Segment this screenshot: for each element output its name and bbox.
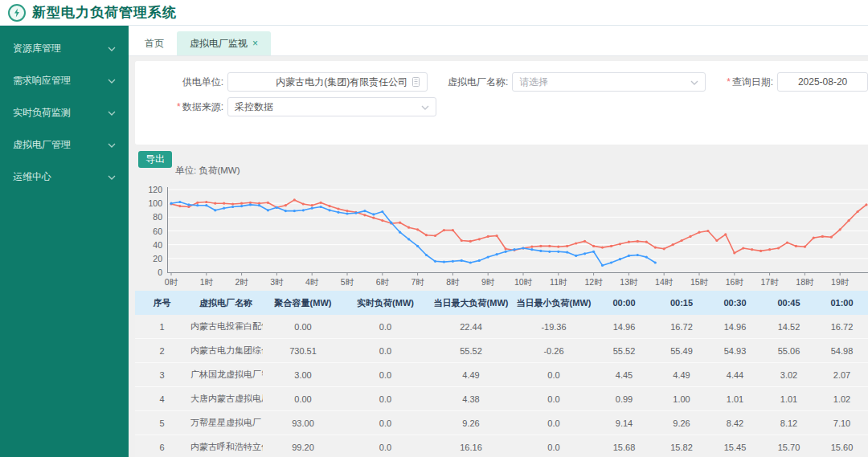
x-axis-tick: 14时: [649, 277, 678, 288]
table-cell: 22.44: [428, 315, 514, 339]
table-cell: 9.26: [428, 411, 514, 435]
table-cell: 4.49: [655, 363, 708, 387]
vpp-table-wrapper: 序号虚拟电厂名称聚合容量(MW)实时负荷(MW)当日最大负荷(MW)当日最小负荷…: [135, 291, 868, 457]
table-cell: 1: [135, 315, 189, 339]
table-cell: 0.0: [343, 315, 428, 339]
table-cell: 内蒙古电力集团综合能...: [189, 339, 263, 363]
data-source-value: 采控数据: [235, 100, 273, 114]
table-cell: 0.0: [514, 363, 593, 387]
x-axis-tick: 12时: [579, 277, 608, 288]
table-cell: 15.68: [593, 435, 655, 457]
app-title: 新型电力负荷管理系统: [32, 3, 177, 22]
column-header: 序号: [135, 291, 189, 315]
table-cell: 4: [135, 387, 189, 411]
sidebar-item-label: 实时负荷监测: [13, 106, 71, 120]
supply-unit-label: 供电单位:: [165, 75, 223, 89]
table-cell: 3.02: [762, 363, 816, 387]
y-axis-tick: 40: [133, 240, 162, 250]
table-cell: 8.42: [708, 411, 762, 435]
table-cell: 0.00: [263, 315, 343, 339]
tab-1[interactable]: 首页: [132, 31, 177, 55]
table-cell: 55.49: [655, 339, 708, 363]
vpp-name-select[interactable]: 请选择: [512, 72, 706, 92]
sidebar-item-3[interactable]: 实时负荷监测: [0, 96, 129, 129]
y-axis-tick: 60: [133, 226, 162, 236]
column-header: 01:00: [816, 291, 868, 315]
table-cell: 15.45: [708, 435, 762, 457]
table-cell: 6: [135, 435, 189, 457]
app-header: 新型电力负荷管理系统: [0, 0, 868, 26]
vpp-table: 序号虚拟电厂名称聚合容量(MW)实时负荷(MW)当日最大负荷(MW)当日最小负荷…: [135, 291, 868, 457]
sidebar-item-label: 资源库管理: [13, 42, 61, 55]
table-cell: 54.93: [708, 339, 762, 363]
data-source-label: *数据来源:: [165, 100, 223, 114]
sidebar-item-2[interactable]: 需求响应管理: [0, 64, 129, 96]
table-cell: 5: [135, 411, 189, 435]
tab-label: 虚拟电厂监视: [190, 38, 248, 49]
sidebar-item-label: 需求响应管理: [13, 74, 71, 88]
table-cell: 0.0: [343, 387, 428, 411]
tab-close-icon[interactable]: ×: [252, 38, 258, 49]
tab-2[interactable]: 虚拟电厂监视×: [177, 31, 271, 55]
table-cell: 16.72: [816, 315, 868, 339]
org-icon: [411, 77, 420, 87]
sidebar: 资源库管理需求响应管理实时负荷监测虚拟电厂管理运维中心: [0, 26, 129, 457]
x-axis-tick: 7时: [403, 277, 432, 288]
table-cell: 0.0: [343, 363, 428, 387]
table-cell: 0.00: [263, 387, 343, 411]
table-cell: 内蒙古呼和浩特立信电...: [189, 435, 263, 457]
y-axis-tick: 0: [133, 267, 162, 277]
table-cell: 14.96: [708, 315, 762, 339]
table-cell: -19.36: [514, 315, 593, 339]
load-chart: 0204060801001200时1时2时3时4时5时6时7时8时9时10时11…: [129, 185, 868, 291]
sidebar-item-1[interactable]: 资源库管理: [0, 32, 129, 64]
y-axis-tick: 20: [133, 254, 162, 263]
column-header: 00:15: [655, 291, 708, 315]
x-axis-tick: 2时: [227, 277, 256, 288]
table-cell: 1.00: [655, 387, 708, 411]
table-cell: 7.10: [816, 411, 868, 435]
x-axis-tick: 19时: [825, 277, 854, 288]
supply-unit-input[interactable]: 内蒙古电力(集团)有限责任公司: [227, 72, 428, 92]
table-cell: 0.99: [593, 387, 655, 411]
column-header: 实时负荷(MW): [343, 291, 428, 315]
sidebar-item-5[interactable]: 运维中心: [0, 161, 129, 193]
table-row: 2内蒙古电力集团综合能...730.510.055.52-0.2655.5255…: [135, 339, 868, 363]
table-cell: 16.16: [428, 435, 514, 457]
table-cell: 0.0: [343, 411, 428, 435]
x-axis-tick: 18时: [790, 277, 819, 288]
table-cell: 广林国龙虚拟电厂智慧...: [189, 363, 263, 387]
column-header: 00:00: [593, 291, 655, 315]
table-cell: 2: [135, 339, 189, 363]
query-date-input[interactable]: 2025-08-20: [777, 72, 868, 92]
x-axis-tick: 4时: [297, 277, 326, 288]
table-cell: 1.01: [762, 387, 816, 411]
table-row: 4大唐内蒙古虚拟电厂0.000.04.380.00.991.001.011.01…: [135, 387, 868, 411]
table-cell: 3.00: [263, 363, 343, 387]
x-axis-tick: 8时: [438, 277, 467, 288]
export-button[interactable]: 导出: [138, 151, 172, 168]
column-header: 当日最大负荷(MW): [428, 291, 514, 315]
table-cell: 2.07: [816, 363, 868, 387]
filter-form: 供电单位: 内蒙古电力(集团)有限责任公司 虚拟电厂名称: 请选择 *查询日期:: [135, 61, 868, 145]
table-cell: 3: [135, 363, 189, 387]
column-header: 当日最小负荷(MW): [514, 291, 593, 315]
table-cell: 4.44: [708, 363, 762, 387]
table-cell: 15.70: [762, 435, 816, 457]
table-cell: 8.12: [762, 411, 816, 435]
x-axis-tick: 15时: [685, 277, 714, 288]
chevron-down-icon: [108, 75, 116, 86]
sidebar-item-4[interactable]: 虚拟电厂管理: [0, 129, 129, 161]
app-window: 新型电力负荷管理系统 资源库管理需求响应管理实时负荷监测虚拟电厂管理运维中心 首…: [0, 0, 868, 457]
table-cell: 93.00: [263, 411, 343, 435]
table-cell: 4.45: [593, 363, 655, 387]
sidebar-item-label: 运维中心: [13, 170, 51, 184]
table-cell: 0.0: [514, 387, 593, 411]
data-source-select[interactable]: 采控数据: [227, 97, 436, 116]
x-axis-tick: 11时: [544, 277, 573, 288]
x-axis-tick: 6时: [368, 277, 397, 288]
chevron-down-icon: [690, 76, 698, 88]
table-cell: 16.72: [655, 315, 708, 339]
x-axis-tick: 13时: [614, 277, 643, 288]
y-axis-tick: 100: [133, 198, 162, 208]
